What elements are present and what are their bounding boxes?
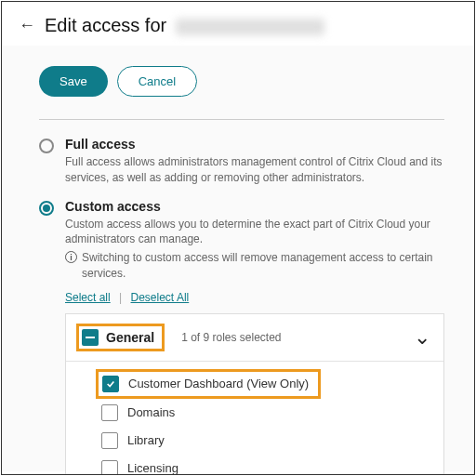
action-buttons: Save Cancel — [39, 66, 444, 97]
back-arrow-icon[interactable]: ← — [19, 16, 35, 35]
role-label: Customer Dashboard (View Only) — [128, 377, 309, 390]
radio-checked-icon[interactable] — [39, 201, 54, 216]
info-icon: i — [65, 251, 77, 263]
save-button[interactable]: Save — [39, 66, 108, 97]
redacted-email — [176, 19, 324, 35]
role-item-licensing[interactable]: Licensing — [101, 455, 430, 475]
group-title: General — [106, 330, 154, 345]
role-label: Library — [127, 433, 165, 447]
page-title: Edit access for — [45, 15, 324, 36]
cancel-button[interactable]: Cancel — [117, 66, 197, 97]
role-label: Licensing — [127, 461, 178, 475]
custom-access-option[interactable]: Custom access Custom access allows you t… — [39, 199, 444, 475]
checkbox-unchecked-icon[interactable] — [101, 404, 118, 421]
page-title-text: Edit access for — [45, 15, 166, 35]
deselect-all-link[interactable]: Deselect All — [131, 291, 190, 304]
full-access-label: Full access — [65, 137, 444, 152]
role-item-library[interactable]: Library — [101, 427, 430, 455]
checkbox-unchecked-icon[interactable] — [101, 432, 118, 449]
checkbox-checked-icon[interactable] — [102, 376, 119, 392]
roles-accordion: General 1 of 9 roles selected ⌄ Customer… — [65, 313, 444, 475]
role-item-domains[interactable]: Domains — [101, 399, 430, 427]
full-access-option[interactable]: Full access Full access allows administr… — [39, 137, 444, 186]
group-count: 1 of 9 roles selected — [181, 331, 281, 344]
radio-unchecked-icon[interactable] — [39, 139, 54, 153]
custom-access-desc: Custom access allows you to determine th… — [65, 217, 444, 248]
custom-access-label: Custom access — [65, 199, 444, 214]
section-divider — [39, 119, 444, 120]
link-separator: | — [119, 291, 122, 304]
accordion-body: Customer Dashboard (View Only) Domains L… — [66, 362, 443, 475]
checkmark-icon — [106, 379, 115, 389]
full-access-desc: Full access allows administrators manage… — [65, 154, 444, 186]
select-all-link[interactable]: Select all — [65, 291, 111, 304]
checkbox-unchecked-icon[interactable] — [101, 460, 118, 475]
role-label: Domains — [127, 405, 175, 419]
accordion-header[interactable]: General 1 of 9 roles selected ⌄ — [66, 314, 443, 362]
highlight-general-group: General — [76, 324, 165, 351]
chevron-down-icon[interactable]: ⌄ — [414, 325, 430, 350]
page-header: ← Edit access for — [2, 2, 474, 46]
checkbox-indeterminate-icon[interactable] — [82, 329, 99, 346]
role-item-customer-dashboard[interactable]: Customer Dashboard (View Only) — [96, 369, 321, 399]
custom-access-warning: Switching to custom access will remove m… — [82, 250, 444, 282]
bulk-select-links: Select all | Deselect All — [65, 291, 444, 304]
